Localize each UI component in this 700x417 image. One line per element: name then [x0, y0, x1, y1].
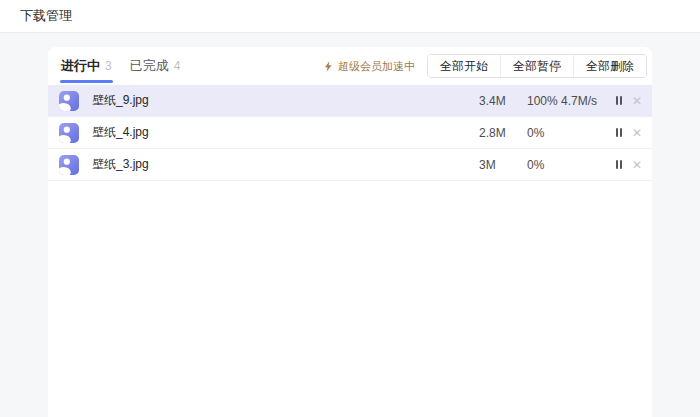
tab-label: 进行中 — [61, 57, 100, 75]
picture-icon — [59, 123, 79, 143]
tab-label: 已完成 — [130, 57, 169, 75]
close-icon[interactable]: ✕ — [628, 92, 646, 110]
card-header: 进行中 3 已完成 4 超级会员加速中 全部开始 全部暂停 全部删除 — [48, 47, 652, 85]
file-progress: 100% 4.7M/s — [527, 94, 610, 108]
picture-icon — [59, 91, 79, 111]
pause-icon[interactable] — [610, 156, 628, 174]
pause-icon[interactable] — [610, 124, 628, 142]
file-name: 壁纸_4.jpg — [92, 124, 479, 141]
member-acceleration-label: 超级会员加速中 — [338, 59, 415, 74]
download-row[interactable]: 壁纸_9.jpg 3.4M 100% 4.7M/s ✕ — [48, 85, 652, 117]
page-title: 下载管理 — [20, 7, 72, 25]
download-list: 壁纸_9.jpg 3.4M 100% 4.7M/s ✕ 壁纸_4.jpg 2.8… — [48, 85, 652, 181]
file-size: 3.4M — [479, 94, 527, 108]
pause-icon[interactable] — [610, 92, 628, 110]
close-glyph: ✕ — [632, 159, 642, 171]
tab-bar: 进行中 3 已完成 4 — [60, 47, 197, 85]
download-row[interactable]: 壁纸_3.jpg 3M 0% ✕ — [48, 149, 652, 181]
close-icon[interactable]: ✕ — [628, 124, 646, 142]
close-glyph: ✕ — [632, 95, 642, 107]
close-icon[interactable]: ✕ — [628, 156, 646, 174]
pause-bars — [616, 128, 622, 137]
pause-bars — [616, 96, 622, 105]
file-progress: 0% — [527, 126, 610, 140]
tab-count-badge: 4 — [174, 59, 181, 73]
picture-icon — [59, 155, 79, 175]
file-progress: 0% — [527, 158, 610, 172]
bulk-actions-group: 全部开始 全部暂停 全部删除 — [427, 54, 647, 78]
window-titlebar: 下载管理 — [0, 0, 700, 33]
pause-bars — [616, 160, 622, 169]
file-size: 3M — [479, 158, 527, 172]
file-size: 2.8M — [479, 126, 527, 140]
start-all-button[interactable]: 全部开始 — [428, 55, 500, 77]
tab-count-badge: 3 — [105, 59, 112, 73]
tab-in-progress[interactable]: 进行中 3 — [60, 47, 113, 85]
download-manager-card: 进行中 3 已完成 4 超级会员加速中 全部开始 全部暂停 全部删除 — [48, 47, 652, 417]
tab-completed[interactable]: 已完成 4 — [129, 47, 182, 85]
file-name: 壁纸_3.jpg — [92, 156, 479, 173]
download-row[interactable]: 壁纸_4.jpg 2.8M 0% ✕ — [48, 117, 652, 149]
close-glyph: ✕ — [632, 127, 642, 139]
pause-all-button[interactable]: 全部暂停 — [500, 55, 573, 77]
file-name: 壁纸_9.jpg — [92, 92, 479, 109]
delete-all-button[interactable]: 全部删除 — [573, 55, 646, 77]
member-acceleration-status: 超级会员加速中 — [323, 59, 415, 74]
lightning-icon — [323, 61, 334, 72]
